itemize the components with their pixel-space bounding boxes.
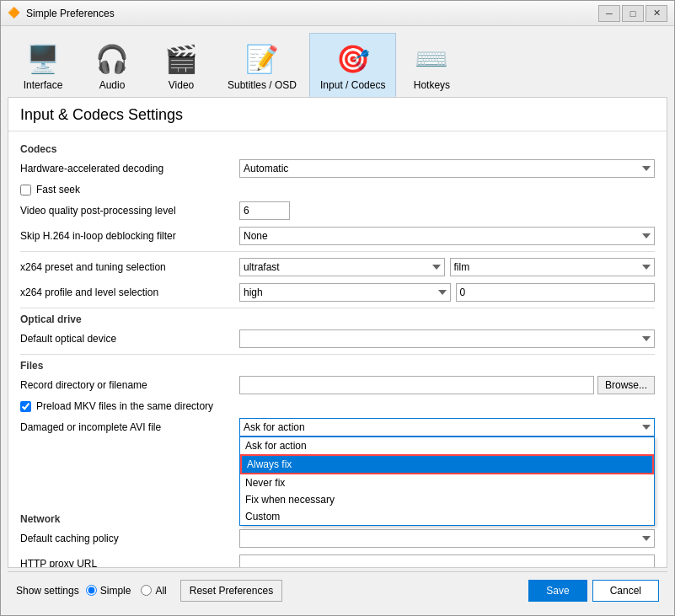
settings-body: Codecs Hardware-accelerated decoding Aut…: [8, 131, 667, 567]
all-radio-label[interactable]: All: [141, 585, 166, 597]
interface-icon: 🖥️: [23, 39, 63, 79]
record-input[interactable]: [239, 376, 594, 394]
tab-video-label: Video: [169, 79, 194, 91]
subtitles-icon: 📝: [242, 39, 282, 79]
app-icon: 🔶: [8, 7, 21, 20]
caching-row: Default caching policy: [20, 528, 655, 549]
settings-type-radio: Simple All: [86, 585, 167, 597]
x264-profile-control: high: [239, 283, 655, 302]
tab-input-label: Input / Codecs: [320, 79, 385, 91]
hotkeys-icon: ⌨️: [411, 39, 452, 79]
hw-decoding-row: Hardware-accelerated decoding Automatic: [20, 158, 655, 179]
hw-decoding-select[interactable]: Automatic: [239, 159, 655, 178]
tab-audio[interactable]: 🎧 Audio: [78, 33, 146, 97]
all-label: All: [155, 585, 166, 597]
divider-3: [20, 354, 655, 355]
divider-2: [20, 308, 655, 308]
x264-profile-label: x264 profile and level selection: [20, 287, 239, 298]
x264-preset-control: ultrafast film: [239, 258, 655, 276]
page-title: Input & Codecs Settings: [8, 98, 667, 131]
tab-interface-label: Interface: [24, 79, 63, 91]
tab-hotkeys-label: Hotkeys: [414, 79, 450, 91]
close-button[interactable]: ✕: [646, 5, 667, 22]
optical-device-select[interactable]: [239, 329, 655, 348]
content-area: Input & Codecs Settings Codecs Hardware-…: [8, 97, 667, 568]
show-settings-label: Show settings: [16, 585, 79, 597]
damaged-avi-row: Damaged or incomplete AVI file Ask for a…: [20, 417, 655, 437]
damaged-avi-label: Damaged or incomplete AVI file: [20, 421, 239, 433]
option-ask[interactable]: Ask for action: [240, 437, 654, 454]
optical-section-label: Optical drive: [20, 313, 655, 325]
tab-subtitles-label: Subtitles / OSD: [228, 79, 297, 91]
option-fix-necessary[interactable]: Fix when necessary: [240, 491, 654, 508]
vq-row: Video quality post-processing level: [20, 201, 655, 221]
preload-mkv-checkbox[interactable]: [20, 401, 31, 412]
tab-input[interactable]: 🎯 Input / Codecs: [309, 33, 396, 97]
simple-radio-label[interactable]: Simple: [86, 585, 131, 597]
nav-tabs: 🖥️ Interface 🎧 Audio 🎬 Video 📝 Subtitles…: [1, 26, 674, 97]
x264-preset-select[interactable]: ultrafast: [239, 258, 445, 276]
files-section-label: Files: [20, 360, 655, 372]
divider-1: [20, 251, 655, 252]
http-proxy-control: [239, 554, 655, 567]
skip-h264-row: Skip H.264 in-loop deblocking filter Non…: [20, 226, 655, 246]
optical-device-row: Default optical device: [20, 329, 655, 349]
reset-preferences-button[interactable]: Reset Preferences: [180, 580, 282, 602]
damaged-avi-dropdown-container: Ask for action Ask for action Always fix…: [239, 418, 655, 437]
fast-seek-label: Fast seek: [36, 184, 80, 196]
all-radio[interactable]: [141, 585, 152, 596]
input-icon: 🎯: [333, 39, 373, 79]
skip-h264-label: Skip H.264 in-loop deblocking filter: [20, 230, 239, 242]
optical-device-label: Default optical device: [20, 333, 239, 345]
x264-preset-label: x264 preset and tuning selection: [20, 261, 239, 273]
tab-hotkeys[interactable]: ⌨️ Hotkeys: [398, 33, 465, 97]
vq-control: [239, 201, 655, 220]
video-icon: 🎬: [161, 39, 201, 79]
cancel-button[interactable]: Cancel: [592, 580, 659, 602]
vq-input[interactable]: [239, 201, 290, 220]
damaged-avi-list: Ask for action Always fix Never fix Fix …: [239, 437, 655, 526]
maximize-button[interactable]: □: [622, 5, 644, 22]
browse-button[interactable]: Browse...: [597, 376, 655, 394]
damaged-avi-dropdown[interactable]: Ask for action: [239, 418, 655, 437]
hw-decoding-control: Automatic: [239, 159, 655, 178]
x264-level-input[interactable]: [456, 283, 656, 302]
vq-label: Video quality post-processing level: [20, 205, 239, 217]
option-always[interactable]: Always fix: [240, 454, 654, 474]
caching-select[interactable]: [239, 529, 655, 548]
tab-video[interactable]: 🎬 Video: [147, 33, 215, 97]
preload-mkv-row: Preload MKV files in the same directory: [20, 400, 655, 412]
minimize-button[interactable]: ─: [598, 5, 620, 22]
main-window: 🔶 Simple Preferences ─ □ ✕ 🖥️ Interface …: [0, 0, 675, 616]
x264-tuning-select[interactable]: film: [450, 258, 656, 276]
record-control: Browse...: [239, 376, 655, 394]
http-proxy-input[interactable]: [239, 554, 655, 567]
x264-preset-row: x264 preset and tuning selection ultrafa…: [20, 257, 655, 277]
window-controls: ─ □ ✕: [598, 5, 667, 22]
tab-subtitles[interactable]: 📝 Subtitles / OSD: [217, 33, 308, 97]
save-button[interactable]: Save: [528, 580, 587, 602]
http-proxy-row: HTTP proxy URL: [20, 554, 655, 567]
tab-interface[interactable]: 🖥️ Interface: [9, 33, 77, 97]
damaged-avi-value: Ask for action: [244, 421, 305, 433]
x264-profile-select[interactable]: high: [239, 283, 451, 302]
tab-audio-label: Audio: [99, 79, 126, 91]
x264-profile-row: x264 profile and level selection high: [20, 282, 655, 303]
record-row: Record directory or filename Browse...: [20, 375, 655, 395]
optical-device-control: [239, 329, 655, 348]
caching-label: Default caching policy: [20, 533, 239, 544]
fast-seek-row: Fast seek: [20, 184, 655, 196]
fast-seek-checkbox[interactable]: [20, 185, 31, 196]
option-custom[interactable]: Custom: [240, 508, 654, 525]
bottom-bar: Show settings Simple All Reset Preferenc…: [8, 571, 667, 608]
option-never[interactable]: Never fix: [240, 474, 654, 491]
title-bar: 🔶 Simple Preferences ─ □ ✕: [1, 1, 674, 26]
audio-icon: 🎧: [92, 39, 132, 79]
simple-label: Simple: [100, 585, 131, 597]
simple-radio[interactable]: [86, 585, 97, 596]
codecs-section-label: Codecs: [20, 143, 655, 155]
http-proxy-label: HTTP proxy URL: [20, 558, 239, 567]
record-label: Record directory or filename: [20, 379, 239, 391]
preload-mkv-label: Preload MKV files in the same directory: [36, 400, 213, 412]
skip-h264-select[interactable]: None: [239, 227, 655, 245]
